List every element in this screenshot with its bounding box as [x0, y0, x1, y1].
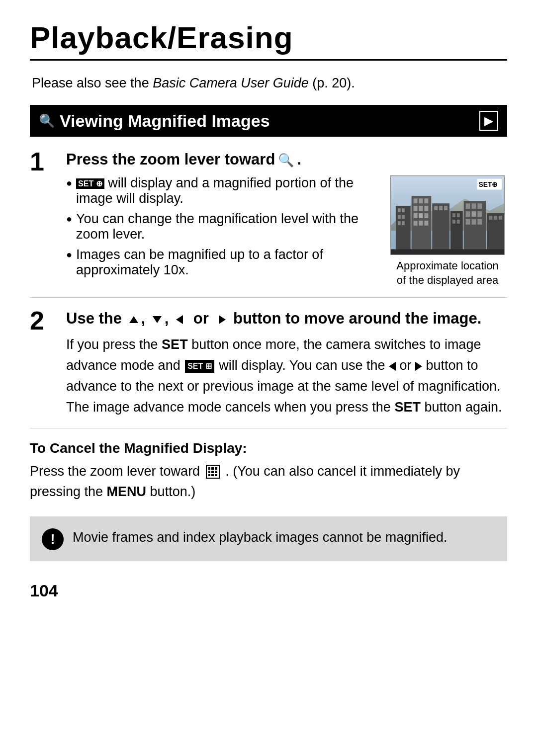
svg-rect-22: [432, 203, 449, 255]
arrow-right-icon: [219, 310, 226, 328]
menu-bold: MENU: [107, 484, 147, 499]
intro-paragraph: Please also see the Basic Camera User Gu…: [32, 76, 507, 91]
step-1-zoom-icon: 🔍: [278, 153, 294, 168]
magnify-section-icon: 🔍: [39, 113, 55, 129]
svg-rect-3: [398, 208, 401, 212]
page-number: 104: [30, 581, 507, 600]
step-2-number: 2: [30, 308, 57, 418]
bullet-item-3: Images can be magnified up to a factor o…: [66, 247, 378, 278]
svg-rect-13: [414, 206, 418, 211]
or-text: or: [193, 310, 209, 328]
section-header-title: 🔍 Viewing Magnified Images: [39, 111, 270, 131]
svg-rect-42: [489, 216, 492, 220]
playback-triangle-icon: ▶: [484, 114, 493, 128]
set-bold-2: SET: [394, 400, 421, 415]
cancel-text: Press the zoom lever toward . (You can a…: [30, 461, 507, 503]
image-caption-line1: Approximate location: [396, 259, 498, 272]
bullet-2-text: You can change the magnification level w…: [76, 211, 378, 242]
bullet-item-1: SET ⊕ will display and a magnified porti…: [66, 175, 378, 206]
svg-rect-14: [419, 206, 423, 211]
image-caption-line2: of the displayed area: [397, 274, 498, 286]
step-1-title-prefix: Press the zoom lever toward: [66, 151, 275, 168]
svg-rect-6: [402, 215, 405, 219]
svg-rect-40: [477, 219, 482, 225]
left-arrow-inline: [389, 358, 396, 373]
bullet-item-2: You can change the magnification level w…: [66, 211, 378, 242]
bullet-3-text: Images can be magnified up to a factor o…: [76, 247, 378, 278]
step-1: 1 Press the zoom lever toward 🔍 . SET ⊕ …: [30, 151, 507, 298]
svg-rect-10: [414, 198, 418, 203]
svg-rect-20: [419, 221, 423, 226]
page-title: Playback/Erasing: [30, 20, 507, 61]
svg-rect-44: [499, 216, 502, 220]
svg-rect-5: [398, 215, 401, 219]
camera-image-container: SET⊕ Approximate location of the display…: [388, 175, 507, 287]
svg-rect-31: [464, 201, 486, 255]
svg-rect-32: [466, 203, 470, 209]
step-2-body: If you press the SET button once more, t…: [66, 335, 507, 418]
svg-rect-33: [472, 203, 476, 209]
svg-rect-16: [414, 213, 418, 218]
step-2-paragraph: If you press the SET button once more, t…: [66, 335, 507, 418]
svg-rect-11: [419, 198, 423, 203]
set-bold-1: SET: [162, 337, 188, 352]
camera-preview-image: SET⊕: [390, 175, 505, 255]
warning-text: Movie frames and index playback images c…: [73, 527, 447, 548]
svg-rect-27: [452, 213, 455, 217]
svg-rect-12: [424, 198, 428, 203]
section-title-text: Viewing Magnified Images: [60, 111, 270, 131]
svg-rect-17: [419, 213, 423, 218]
cancel-text-1: Press the zoom lever toward: [30, 464, 204, 479]
playback-mode-icon-box: ▶: [479, 111, 498, 131]
step-1-body: SET ⊕ will display and a magnified porti…: [66, 175, 507, 287]
section-header: 🔍 Viewing Magnified Images ▶: [30, 105, 507, 137]
svg-rect-24: [439, 206, 443, 210]
warning-box: ! Movie frames and index playback images…: [30, 516, 507, 561]
step-1-content: Press the zoom lever toward 🔍 . SET ⊕ wi…: [66, 151, 507, 287]
step-2-content: Use the , , or button to move around the…: [66, 310, 507, 418]
svg-rect-2: [396, 206, 411, 255]
svg-rect-37: [477, 211, 482, 217]
svg-rect-26: [450, 211, 463, 255]
svg-rect-25: [444, 206, 448, 210]
index-icon: [206, 465, 220, 479]
svg-rect-8: [402, 221, 405, 225]
cancel-text-3: button.): [146, 484, 195, 499]
svg-rect-39: [472, 219, 476, 225]
step-1-number: 1: [30, 149, 57, 287]
step-1-bullets: SET ⊕ will display and a magnified porti…: [66, 175, 378, 287]
right-arrow-inline: [415, 358, 422, 373]
svg-rect-28: [457, 213, 460, 217]
intro-text-after: (p. 20).: [309, 76, 355, 90]
svg-text:SET⊕: SET⊕: [478, 180, 498, 188]
svg-rect-15: [424, 206, 428, 211]
image-caption: Approximate location of the displayed ar…: [396, 259, 498, 287]
cancel-section: To Cancel the Magnified Display: Press t…: [30, 440, 507, 503]
svg-rect-30: [457, 220, 460, 224]
intro-text-before: Please also see the: [32, 76, 153, 90]
warning-icon: !: [42, 528, 64, 550]
arrow-left-icon: [176, 310, 183, 328]
step-1-title: Press the zoom lever toward 🔍 .: [66, 151, 507, 168]
svg-rect-35: [466, 211, 470, 217]
step-2-title: Use the , , or button to move around the…: [66, 310, 507, 328]
step-2: 2 Use the , , or button to move around t…: [30, 310, 507, 428]
svg-rect-34: [477, 203, 482, 209]
bullet-1-text: will display and a magnified portion of …: [76, 175, 354, 206]
arrow-up-icon: [129, 310, 138, 328]
set-badge-1: SET ⊕: [76, 178, 104, 189]
svg-rect-18: [424, 213, 428, 218]
svg-rect-7: [398, 221, 401, 225]
svg-rect-29: [452, 220, 455, 224]
arrow-down-icon: [153, 310, 162, 328]
svg-rect-45: [391, 249, 504, 255]
city-buildings-svg: SET⊕: [391, 176, 504, 255]
svg-rect-43: [494, 216, 497, 220]
svg-rect-23: [434, 206, 438, 210]
step-1-title-suffix: .: [297, 151, 301, 168]
svg-rect-4: [402, 208, 405, 212]
svg-rect-19: [414, 221, 418, 226]
set-badge-advance: SET ⊞: [185, 360, 214, 373]
cancel-title: To Cancel the Magnified Display:: [30, 440, 507, 456]
intro-book-title: Basic Camera User Guide: [153, 76, 309, 90]
